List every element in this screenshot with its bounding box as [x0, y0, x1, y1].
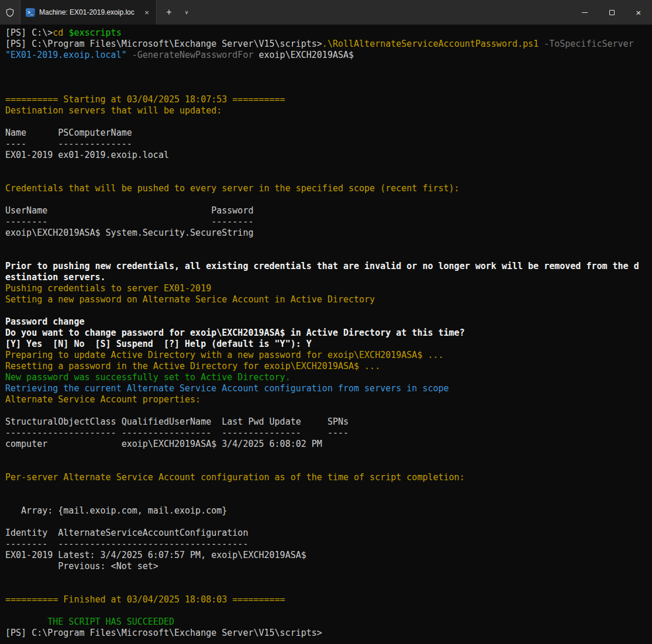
- terminal-line: [5, 172, 647, 183]
- terminal-line: THE SCRIPT HAS SUCCEEDED: [5, 617, 647, 628]
- terminal-line: Destination servers that will be updated…: [5, 105, 647, 116]
- terminal-text-segment: Alternate Service Account properties:: [5, 394, 201, 405]
- terminal-line: Retrieving the current Alternate Service…: [5, 383, 647, 394]
- terminal-line: ========== Starting at 03/04/2025 18:07:…: [5, 94, 647, 105]
- terminal-text-segment: Array: {mail.exoip.com, mail.exoip.com}: [5, 505, 227, 516]
- tab-dropdown-button[interactable]: ∨: [179, 0, 194, 25]
- terminal-text-segment: [Y] Yes [N] No [S] Suspend [?] Help (def…: [5, 339, 312, 349]
- terminal-text-segment: Password change: [5, 316, 84, 327]
- terminal-text-segment: New password was successfully set to Act…: [5, 372, 291, 383]
- terminal-line: [5, 483, 647, 494]
- terminal-text-segment: THE SCRIPT HAS SUCCEEDED: [5, 617, 174, 627]
- terminal-text-segment: computer exoip\EXCH2019ASA$ 3/4/2025 6:0…: [5, 439, 322, 449]
- terminal-line: -------- --------: [5, 216, 647, 228]
- terminal-text-segment: ---- --------------: [5, 139, 132, 149]
- terminal-text-segment: Identity AlternateServiceAccountConfigur…: [5, 528, 248, 538]
- terminal-text-segment: -ToSpecificServer: [544, 39, 634, 49]
- terminal-text-segment: cd: [53, 27, 63, 38]
- terminal-text-segment: [PS] C:\Program Files\Microsoft\Exchange…: [5, 628, 322, 638]
- terminal-text-segment: Setting a new password on Alternate Seri…: [5, 294, 375, 305]
- terminal-line: [5, 494, 647, 505]
- close-icon: ×: [144, 8, 149, 17]
- new-tab-button[interactable]: +: [159, 0, 179, 25]
- terminal-line: computer exoip\EXCH2019ASA$ 3/4/2025 6:0…: [5, 439, 647, 450]
- terminal-line: [Y] Yes [N] No [S] Suspend [?] Help (def…: [5, 339, 647, 350]
- terminal-line: [5, 583, 647, 594]
- terminal-text-segment: Pushing credentials to server EX01-2019: [5, 283, 211, 294]
- terminal-line: EX01-2019 Latest: 3/4/2025 6:07:57 PM, e…: [5, 550, 647, 561]
- terminal[interactable]: [PS] C:\>cd $exscripts[PS] C:\Program Fi…: [0, 25, 652, 644]
- terminal-line: [5, 72, 647, 83]
- powershell-icon: >_: [26, 8, 35, 17]
- terminal-line: [5, 83, 647, 94]
- terminal-line: [5, 194, 647, 205]
- terminal-line: Array: {mail.exoip.com, mail.exoip.com}: [5, 505, 647, 516]
- terminal-text-segment: $exscripts: [68, 27, 121, 38]
- terminal-text-segment: -------- --------: [5, 216, 253, 227]
- terminal-line: Credentials that will be pushed to every…: [5, 183, 647, 194]
- terminal-line: UserName Password: [5, 205, 647, 216]
- terminal-line: Setting a new password on Alternate Seri…: [5, 294, 647, 305]
- terminal-text-segment: Preparing to update Active Directory wit…: [5, 350, 444, 360]
- titlebar: >_ Machine: EX01-2019.exoip.loc × + ∨ ×: [0, 0, 652, 25]
- terminal-text-segment: estination servers.: [5, 272, 106, 283]
- tab-machine[interactable]: >_ Machine: EX01-2019.exoip.loc ×: [20, 0, 157, 25]
- terminal-line: [PS] C:\Program Files\Microsoft\Exchange…: [5, 628, 647, 639]
- plus-icon: +: [166, 7, 171, 18]
- terminal-line: [5, 572, 647, 583]
- minimize-button[interactable]: [571, 0, 598, 25]
- maximize-button[interactable]: [598, 0, 625, 25]
- terminal-line: estination servers.: [5, 272, 647, 283]
- terminal-text-segment: [PS] C:\Program Files\Microsoft\Exchange…: [5, 39, 322, 49]
- terminal-window: >_ Machine: EX01-2019.exoip.loc × + ∨ × …: [0, 0, 652, 644]
- terminal-line: Do you want to change password for exoip…: [5, 328, 647, 339]
- terminal-text-segment: Retrieving the current Alternate Service…: [5, 383, 449, 394]
- terminal-line: New password was successfully set to Act…: [5, 372, 647, 383]
- terminal-line: -------- -------------------------------…: [5, 539, 647, 550]
- terminal-text-segment: -GenerateNewPasswordFor: [132, 50, 254, 60]
- terminal-text-segment: .\RollAlternateServiceAccountPassword.ps…: [322, 39, 539, 49]
- terminal-line: Preparing to update Active Directory wit…: [5, 350, 647, 361]
- terminal-line: ========== Finished at 03/04/2025 18:08:…: [5, 594, 647, 605]
- terminal-text-segment: [127, 50, 132, 60]
- terminal-text-segment: --------------------- ----------------- …: [5, 428, 349, 438]
- terminal-text-segment: EX01-2019 ex01-2019.exoip.local: [5, 150, 169, 160]
- minimize-icon: [582, 12, 588, 13]
- terminal-text-segment: UserName Password: [5, 205, 253, 216]
- terminal-line: [5, 61, 647, 72]
- terminal-line: Pushing credentials to server EX01-2019: [5, 283, 647, 294]
- terminal-line: Name PSComputerName: [5, 128, 647, 139]
- terminal-line: [5, 161, 647, 172]
- terminal-line: ---- --------------: [5, 139, 647, 150]
- terminal-line: [5, 450, 647, 461]
- terminal-text-segment: Per-server Alternate Service Account con…: [5, 472, 465, 483]
- terminal-line: [5, 250, 647, 261]
- close-button[interactable]: ×: [625, 0, 652, 25]
- terminal-text-segment: Destination servers that will be updated…: [5, 105, 222, 116]
- terminal-text-segment: StructuralObjectClass QualifiedUserName …: [5, 416, 349, 427]
- terminal-line: [PS] C:\>cd $exscripts: [5, 27, 647, 39]
- chevron-down-icon: ∨: [185, 9, 189, 15]
- terminal-text-segment: Resetting a password in the Active Direc…: [5, 361, 380, 371]
- terminal-text-segment: Prior to pushing new credentials, all ex…: [5, 261, 639, 271]
- terminal-text-segment: ========== Finished at 03/04/2025 18:08:…: [5, 594, 285, 605]
- terminal-text-segment: Do you want to change password for exoip…: [5, 328, 465, 338]
- terminal-output: [PS] C:\>cd $exscripts[PS] C:\Program Fi…: [5, 27, 647, 639]
- terminal-line: exoip\EXCH2019ASA$ System.Security.Secur…: [5, 228, 647, 239]
- terminal-text-segment: exoip\EXCH2019ASA$ System.Security.Secur…: [5, 228, 253, 238]
- terminal-text-segment: exoip\EXCH2019ASA$: [259, 50, 354, 60]
- terminal-text-segment: -------- -------------------------------…: [5, 539, 248, 549]
- titlebar-drag-region: [194, 0, 571, 25]
- terminal-line: Prior to pushing new credentials, all ex…: [5, 261, 647, 272]
- terminal-line: [PS] C:\Program Files\Microsoft\Exchange…: [5, 39, 647, 50]
- terminal-text-segment: EX01-2019 Latest: 3/4/2025 6:07:57 PM, e…: [5, 550, 306, 560]
- terminal-line: Password change: [5, 316, 647, 328]
- terminal-line: StructuralObjectClass QualifiedUserName …: [5, 416, 647, 428]
- tab-close-button[interactable]: ×: [141, 6, 153, 18]
- terminal-line: "EX01-2019.exoip.local" -GenerateNewPass…: [5, 50, 647, 61]
- tab-title: Machine: EX01-2019.exoip.loc: [39, 8, 137, 16]
- terminal-line: [5, 305, 647, 316]
- terminal-line: [5, 239, 647, 250]
- terminal-line: [5, 461, 647, 472]
- terminal-line: Resetting a password in the Active Direc…: [5, 361, 647, 372]
